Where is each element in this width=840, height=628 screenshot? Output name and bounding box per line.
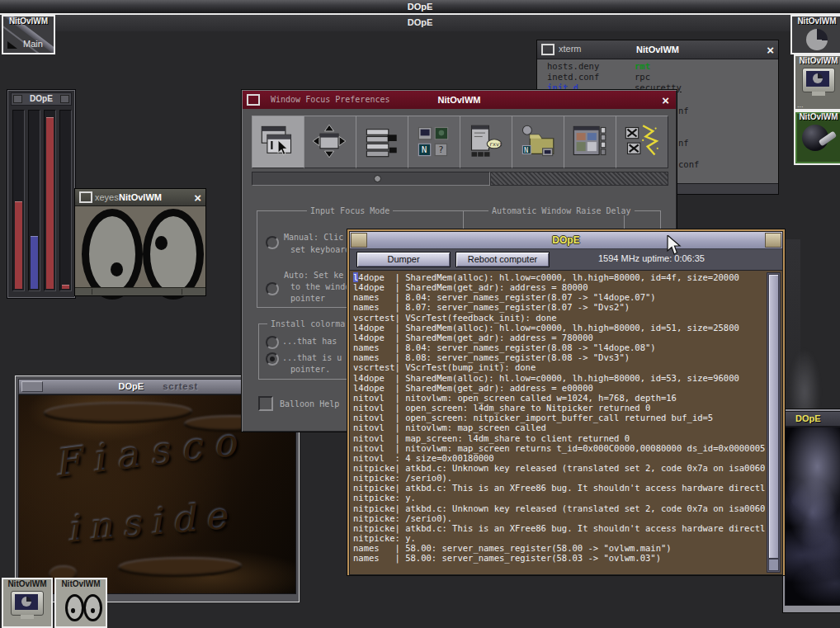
meter-titlebar[interactable]: DOpE (11, 92, 72, 106)
toolbar-button-terminal[interactable]: rxvt (460, 116, 512, 168)
pie-display-icon (806, 29, 828, 50)
icon-wm-label: NitOvlWM (3, 17, 54, 26)
window-dope-console[interactable]: DOpE Dumper Reboot computer 1594 MHz upt… (347, 229, 786, 576)
meter-channel (44, 110, 56, 291)
console-titlebar[interactable]: DOpE (350, 232, 782, 249)
radio-label: ...that is u (282, 353, 342, 362)
toolbar-button-move[interactable] (304, 116, 356, 168)
fractal-title: DOpE (795, 413, 821, 423)
svg-text:N: N (524, 146, 528, 154)
meter-channel (59, 110, 72, 291)
console-log-area[interactable]: l4dope | SharedMem(alloc): hl.low=c0000,… (350, 271, 782, 574)
icon-nitovlwm-pie[interactable]: NitOvlWM (790, 15, 840, 54)
dope-label: DOpE (119, 381, 144, 391)
right-eye (143, 209, 204, 300)
icon-nitovlwm-xeyes[interactable]: NitOvlWM (54, 578, 107, 628)
toolbar-button-screenshot[interactable] (564, 116, 616, 168)
desktop-icons-icon: N ? (415, 123, 451, 159)
inside-text: inside (65, 493, 238, 550)
scrollbar-cap[interactable] (768, 559, 779, 571)
prefs-titlebar[interactable]: Window Focus Preferences NitOvlWM × (243, 91, 676, 109)
toolbar-button-kill[interactable] (616, 116, 668, 168)
arrow-glyph (7, 41, 17, 49)
monitor-icon (802, 68, 835, 92)
radio-label: ...that has (282, 337, 337, 346)
icon-nitovlwm-graphics[interactable]: NitOvlWM (794, 111, 840, 165)
xeyes-resize-bar[interactable] (75, 287, 205, 295)
terminal-rxvt-icon: rxvt (467, 123, 503, 159)
file-entry: hosts.deny (547, 61, 599, 71)
icon-nitovlwm-monitor-bottom[interactable]: NitOvlWM (2, 578, 53, 628)
close-icon[interactable]: × (194, 191, 201, 204)
toolbar-button-desktop-icons[interactable]: N ? (408, 116, 460, 168)
kill-window-icon (623, 123, 659, 159)
slider-knob[interactable] (374, 175, 381, 182)
meter-bar (46, 117, 54, 289)
toolbar-button-files[interactable]: N (512, 116, 564, 168)
close-icon[interactable]: × (662, 94, 669, 106)
window-menu-icon[interactable] (541, 44, 554, 55)
file-entry-clipped: nf (678, 106, 689, 116)
dumper-button[interactable]: Dumper (356, 252, 451, 267)
window-grip-left[interactable] (351, 233, 367, 248)
wm-label: NitOvlWM (636, 45, 679, 54)
uptime-status: 1594 MHz uptime: 0:06:35 (598, 253, 705, 263)
window-menu-icon[interactable] (79, 191, 92, 203)
scrollbar-thumb[interactable] (768, 274, 779, 559)
console-scrollbar[interactable] (767, 272, 781, 573)
radio-label: Auto: Set ke (284, 271, 343, 280)
focus-windows-icon (259, 123, 295, 159)
xeyes-title: xeyes (95, 192, 119, 202)
balloon-help-checkbox[interactable] (258, 396, 273, 411)
wm-label: NitOvlWM (438, 95, 481, 105)
icon-nitovlwm-main[interactable]: NitOvlWM Main (2, 15, 55, 54)
monitor-icon (11, 591, 44, 616)
radio-colormap-2[interactable] (266, 352, 279, 366)
radio-manual-focus[interactable] (266, 236, 279, 249)
file-entry-clipped: nf (678, 138, 689, 148)
reboot-button[interactable]: Reboot computer (455, 252, 550, 267)
radio-colormap-1[interactable] (266, 336, 279, 349)
fractal-canvas (785, 427, 840, 606)
icon-wm-label: NitOvlWM (795, 56, 840, 65)
bump-blob (44, 402, 192, 423)
close-icon[interactable]: × (767, 44, 774, 56)
window-menu-icon[interactable] (247, 94, 260, 106)
window-dope-fractal: DOpE (782, 408, 840, 613)
window-grip-right[interactable] (765, 233, 781, 248)
xterm-titlebar[interactable]: xterm NitOvlWM × (537, 40, 778, 59)
meter-bar (31, 236, 38, 289)
file-manager-icon: N (519, 123, 555, 159)
svg-text:rxvt: rxvt (489, 141, 503, 148)
monitor-stand (812, 92, 825, 96)
screen-label-bar: DOpE (0, 15, 840, 31)
bump-blob (118, 557, 242, 577)
screenshot-tool-icon (571, 123, 607, 159)
window-button[interactable] (21, 381, 43, 392)
group-label: Automatic Window Raise Delay (488, 206, 635, 215)
left-eye (82, 209, 143, 300)
meter-bar (15, 201, 22, 289)
radio-label: to the windo (290, 282, 350, 291)
window-load-meter[interactable]: DOpE (7, 89, 76, 299)
console-title: DOpE (552, 234, 579, 246)
desktop: DOpE DOpE NitOvlWM Main NitOvlWM NitOvlW… (0, 0, 840, 628)
fractal-titlebar[interactable]: DOpE (785, 411, 840, 427)
xeyes-titlebar[interactable]: xeyes NitOvlWM × (75, 189, 205, 206)
icon-main-label: Main (23, 39, 43, 49)
file-entry: inetd.conf (547, 72, 599, 82)
top-menubar[interactable]: DOpE (0, 0, 840, 15)
slider-hatch (490, 172, 668, 186)
slider-track[interactable] (252, 172, 490, 186)
file-entry-clipped: conf (678, 159, 699, 169)
wm-label: NitOvlWM (119, 192, 162, 202)
screen-label: DOpE (0, 15, 840, 30)
radio-auto-focus[interactable] (266, 282, 279, 295)
fiasco-text: Fiasco (52, 418, 250, 486)
meter-channel (12, 110, 25, 291)
toolbar-button-focus[interactable] (252, 116, 304, 168)
xterm-title: xterm (559, 44, 582, 54)
icon-nitovlwm-monitor[interactable]: NitOvlWM ... (794, 54, 840, 111)
radio-label: pointer. (290, 365, 330, 374)
toolbar-button-window-list[interactable] (356, 116, 408, 168)
